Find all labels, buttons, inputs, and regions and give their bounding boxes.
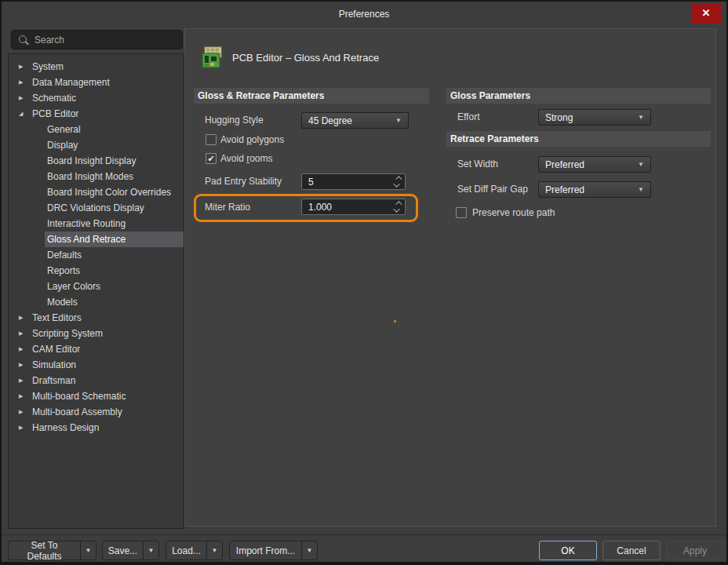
hugging-style-dropdown[interactable]: 45 Degree ▼ [301, 112, 409, 129]
effort-dropdown[interactable]: Strong ▼ [538, 109, 651, 126]
tree-collapsed-icon[interactable]: ▶ [19, 95, 32, 101]
pad-entry-stability-value: 5 [302, 177, 391, 188]
tree-item-interactive-routing[interactable]: Interactive Routing [45, 216, 184, 231]
hugging-style-value: 45 Degree [302, 115, 395, 126]
set-width-dropdown[interactable]: Preferred ▼ [538, 156, 651, 173]
tree-expanded-icon[interactable]: ◢ [19, 111, 32, 117]
title-bar[interactable]: Preferences [2, 2, 726, 27]
tree-item-simulation[interactable]: ▶Simulation [9, 357, 184, 373]
set-width-label: Set Width [457, 156, 498, 172]
tree-item-drc-violations-display[interactable]: DRC Violations Display [45, 200, 184, 216]
tree-collapsed-icon[interactable]: ▶ [19, 409, 32, 415]
set-diff-pair-gap-dropdown[interactable]: Preferred ▼ [538, 181, 651, 198]
tree-item-text-editors[interactable]: ▶Text Editors [9, 310, 184, 326]
ok-button[interactable]: OK [539, 541, 597, 560]
set-to-defaults-button[interactable]: Set To Defaults ▼ [8, 541, 96, 560]
tree-item-label: Board Insight Display [47, 155, 136, 166]
tree-item-defaults[interactable]: Defaults [45, 247, 184, 263]
chevron-down-icon[interactable]: ▼ [207, 547, 222, 554]
tree-item-data-management[interactable]: ▶Data Management [9, 75, 184, 90]
tree-item-draftsman[interactable]: ▶Draftsman [9, 373, 184, 388]
tree-item-label: Display [47, 140, 78, 151]
load-button[interactable]: Load... ▼ [166, 541, 223, 560]
apply-button-disabled[interactable]: Apply [666, 541, 724, 560]
tree-item-models[interactable]: Models [45, 294, 184, 310]
settings-panel: PCB Editor – Gloss And Retrace Gloss & R… [184, 28, 716, 527]
spinner-up-down-buttons[interactable] [391, 174, 405, 189]
tree-item-label: Schematic [32, 93, 76, 104]
tree-collapsed-icon[interactable]: ▶ [19, 315, 32, 321]
cursor-speck [394, 320, 396, 323]
tree-item-label: Board Insight Modes [47, 171, 133, 182]
tree-item-layer-colors[interactable]: Layer Colors [45, 279, 184, 294]
tree-item-board-insight-color-overrides[interactable]: Board Insight Color Overrides [45, 184, 184, 200]
effort-value: Strong [539, 112, 638, 123]
tree-collapsed-icon[interactable]: ▶ [19, 79, 32, 86]
tree-collapsed-icon[interactable]: ▶ [19, 64, 32, 70]
chevron-down-icon[interactable]: ▼ [144, 547, 158, 554]
tree-item-label: Simulation [32, 359, 76, 370]
chevron-down-icon: ▼ [638, 114, 650, 121]
pad-entry-stability-label: Pad Entry Stability [205, 173, 282, 189]
chevron-down-icon: ▼ [638, 161, 650, 168]
dialog-title: Preferences [339, 9, 390, 20]
tree-item-multi-board-schematic[interactable]: ▶Multi-board Schematic [9, 388, 184, 404]
tree-item-label: Defaults [47, 250, 82, 261]
tree-item-label: PCB Editor [32, 108, 78, 119]
close-icon: ✕ [702, 7, 711, 19]
chevron-down-icon[interactable]: ▼ [81, 547, 96, 554]
effort-label: Effort [457, 109, 479, 125]
tree-collapsed-icon[interactable]: ▶ [19, 330, 32, 337]
sidebar: ▶System▶Data Management▶Schematic◢PCB Ed… [8, 53, 184, 529]
miter-ratio-label: Miter Ratio [205, 199, 250, 215]
tree-item-label: Scripting System [32, 328, 103, 339]
tree-item-general[interactable]: General [45, 122, 184, 137]
save-button[interactable]: Save... ▼ [102, 541, 159, 560]
section-gloss-parameters: Gloss Parameters [446, 88, 711, 104]
tree-item-schematic[interactable]: ▶Schematic [9, 90, 184, 106]
set-width-value: Preferred [539, 159, 638, 170]
miter-ratio-value: 1.000 [302, 202, 391, 213]
search-box[interactable] [11, 30, 183, 49]
import-from-button[interactable]: Import From... ▼ [229, 541, 318, 560]
tree-item-label: Multi-board Schematic [32, 391, 126, 402]
tree-item-pcb-editor[interactable]: ◢PCB Editor [9, 106, 184, 122]
miter-ratio-input[interactable]: 1.000 [301, 199, 406, 215]
spinner-up-down-buttons[interactable] [391, 199, 405, 214]
tree-item-label: DRC Violations Display [47, 202, 144, 213]
tree-item-label: Multi-board Assembly [32, 406, 122, 417]
tree-collapsed-icon[interactable]: ▶ [19, 425, 32, 431]
tree-collapsed-icon[interactable]: ▶ [19, 346, 32, 352]
tree-item-label: Data Management [32, 77, 110, 88]
search-input[interactable] [35, 35, 168, 46]
cancel-button[interactable]: Cancel [602, 541, 661, 560]
tree-item-multi-board-assembly[interactable]: ▶Multi-board Assembly [9, 404, 184, 420]
tree-item-display[interactable]: Display [45, 137, 184, 153]
close-button[interactable]: ✕ [691, 3, 721, 24]
tree-item-label: Board Insight Color Overrides [47, 187, 171, 198]
tree-item-board-insight-modes[interactable]: Board Insight Modes [45, 169, 184, 184]
tree-item-board-insight-display[interactable]: Board Insight Display [45, 153, 184, 169]
tree-item-reports[interactable]: Reports [45, 263, 184, 279]
avoid-rooms-checkbox[interactable]: ✔ [206, 153, 217, 164]
pad-entry-stability-input[interactable]: 5 [301, 173, 406, 190]
chevron-down-icon: ▼ [395, 117, 408, 124]
chevron-down-icon: ▼ [638, 186, 650, 193]
tree-item-cam-editor[interactable]: ▶CAM Editor [9, 341, 184, 357]
chevron-down-icon[interactable]: ▼ [302, 547, 317, 554]
set-diff-pair-gap-value: Preferred [539, 184, 638, 195]
preserve-route-path-checkbox[interactable] [456, 207, 467, 218]
tree-item-system[interactable]: ▶System [9, 59, 184, 75]
tree-collapsed-icon[interactable]: ▶ [19, 377, 32, 384]
tree-item-gloss-and-retrace[interactable]: Gloss And Retrace [45, 231, 184, 247]
tree-item-label: Layer Colors [47, 281, 100, 292]
tree-item-harness-design[interactable]: ▶Harness Design [9, 420, 184, 436]
tree-item-label: General [47, 124, 81, 135]
tree-collapsed-icon[interactable]: ▶ [19, 393, 32, 399]
preserve-route-path-label: Preserve route path [472, 207, 555, 218]
page-title: PCB Editor – Gloss And Retrace [232, 52, 379, 64]
avoid-polygons-checkbox[interactable] [206, 134, 217, 145]
tree-collapsed-icon[interactable]: ▶ [19, 362, 32, 368]
tree-item-scripting-system[interactable]: ▶Scripting System [9, 326, 184, 341]
section-gloss-retrace-parameters: Gloss & Retrace Parameters [194, 88, 429, 104]
